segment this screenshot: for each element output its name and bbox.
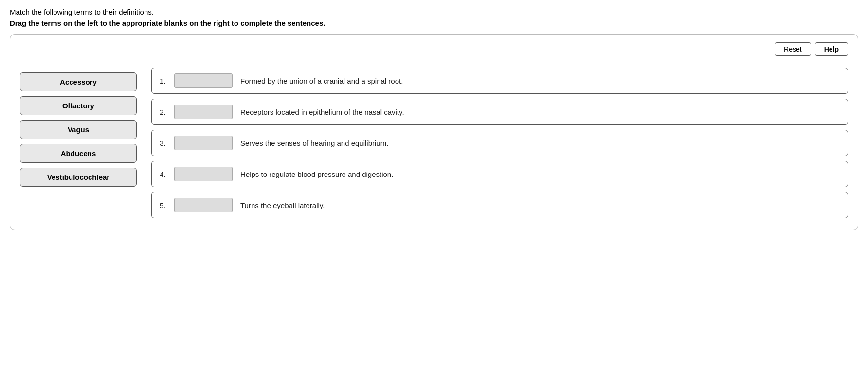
def-blank[interactable] — [174, 198, 233, 212]
def-number: 4. — [160, 170, 169, 178]
term-item[interactable]: Accessory — [20, 72, 137, 91]
term-item[interactable]: Vestibulocochlear — [20, 168, 137, 187]
terms-column: AccessoryOlfactoryVagusAbducensVestibulo… — [20, 72, 137, 187]
definition-row: 2.Receptors located in epithelium of the… — [151, 99, 848, 125]
definition-row: 3.Serves the senses of hearing and equil… — [151, 130, 848, 156]
instruction-line2: Drag the terms on the left to the approp… — [10, 19, 858, 27]
def-text: Turns the eyeball laterally. — [240, 201, 325, 209]
def-blank[interactable] — [174, 167, 233, 181]
help-button[interactable]: Help — [815, 42, 848, 56]
top-buttons: Reset Help — [20, 42, 848, 56]
def-blank[interactable] — [174, 105, 233, 119]
definition-row: 4.Helps to regulate blood pressure and d… — [151, 161, 848, 187]
def-blank[interactable] — [174, 73, 233, 88]
def-number: 1. — [160, 77, 169, 85]
term-item[interactable]: Vagus — [20, 120, 137, 139]
def-text: Helps to regulate blood pressure and dig… — [240, 170, 393, 178]
def-text: Receptors located in epithelium of the n… — [240, 108, 404, 116]
def-text: Serves the senses of hearing and equilib… — [240, 139, 388, 147]
term-item[interactable]: Abducens — [20, 144, 137, 163]
definition-row: 5.Turns the eyeball laterally. — [151, 192, 848, 218]
reset-button[interactable]: Reset — [775, 42, 811, 56]
content-area: AccessoryOlfactoryVagusAbducensVestibulo… — [20, 68, 848, 218]
instruction-line1: Match the following terms to their defin… — [10, 8, 858, 16]
def-blank[interactable] — [174, 136, 233, 150]
def-number: 2. — [160, 108, 169, 116]
main-container: Reset Help AccessoryOlfactoryVagusAbduce… — [10, 34, 858, 230]
def-text: Formed by the union of a cranial and a s… — [240, 77, 403, 85]
term-item[interactable]: Olfactory — [20, 96, 137, 115]
def-number: 3. — [160, 139, 169, 147]
def-number: 5. — [160, 201, 169, 209]
definitions-column: 1.Formed by the union of a cranial and a… — [151, 68, 848, 218]
definition-row: 1.Formed by the union of a cranial and a… — [151, 68, 848, 94]
